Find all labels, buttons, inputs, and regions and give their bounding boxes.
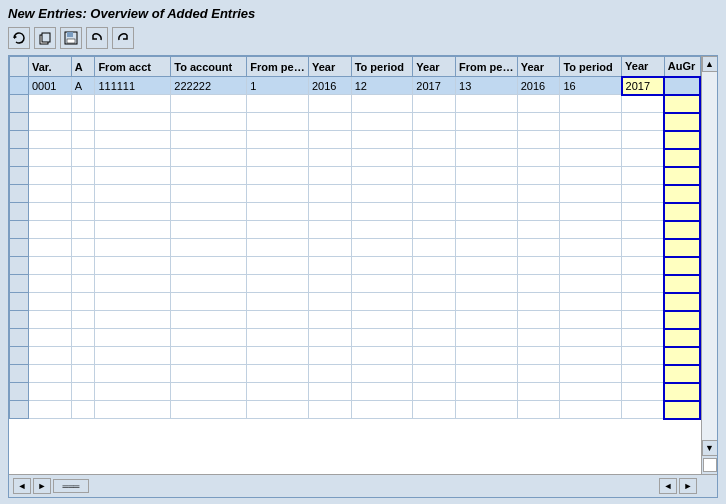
row-selector — [10, 239, 29, 257]
table-row[interactable] — [10, 185, 701, 203]
cell-var[interactable]: 0001 — [28, 77, 71, 95]
col-header-from-acct: From acct — [95, 57, 171, 77]
scroll-checkbox[interactable] — [703, 458, 717, 472]
table-container: Var. A From acct To account From per.1 Y… — [8, 55, 718, 498]
cell-empty — [171, 149, 247, 167]
cell-empty — [413, 149, 456, 167]
cell-empty — [456, 401, 518, 419]
toolbar-btn-refresh[interactable] — [8, 27, 30, 49]
row-selector — [10, 203, 29, 221]
cell-empty — [622, 131, 665, 149]
cell-empty — [413, 131, 456, 149]
table-row[interactable] — [10, 203, 701, 221]
table-row[interactable] — [10, 239, 701, 257]
row-selector — [10, 257, 29, 275]
cell-empty — [351, 149, 413, 167]
scroll-down-arrow[interactable]: ▼ — [702, 440, 718, 456]
cell-empty — [28, 347, 71, 365]
table-row[interactable] — [10, 95, 701, 113]
table-row[interactable] — [10, 131, 701, 149]
refresh-icon — [12, 31, 26, 45]
cell-empty — [28, 149, 71, 167]
row-selector — [10, 167, 29, 185]
table-row[interactable] — [10, 401, 701, 419]
toolbar-btn-redo[interactable] — [112, 27, 134, 49]
horizontal-scroll-thumb[interactable]: ═══ — [53, 479, 89, 493]
col-header-from-per1: From per.1 — [247, 57, 309, 77]
table-row[interactable] — [10, 383, 701, 401]
col-header-year1: Year — [308, 57, 351, 77]
table-row[interactable] — [10, 257, 701, 275]
cell-empty — [308, 95, 351, 113]
cell-empty — [622, 203, 665, 221]
cell-year3[interactable]: 2016 — [517, 77, 560, 95]
col-header-from-per2: From per.2 — [456, 57, 518, 77]
cell-empty — [664, 257, 700, 275]
cell-empty — [413, 293, 456, 311]
cell-from-acct[interactable]: 111111 — [95, 77, 171, 95]
toolbar-btn-copy[interactable] — [34, 27, 56, 49]
cell-empty — [456, 311, 518, 329]
cell-empty — [664, 185, 700, 203]
cell-to-acct[interactable]: 222222 — [171, 77, 247, 95]
cell-empty — [247, 329, 309, 347]
toolbar-btn-undo[interactable] — [86, 27, 108, 49]
page-title: New Entries: Overview of Added Entries — [8, 6, 718, 21]
cell-empty — [95, 131, 171, 149]
table-row[interactable] — [10, 365, 701, 383]
cell-empty — [95, 95, 171, 113]
table-row[interactable] — [10, 293, 701, 311]
cell-from-per1[interactable]: 1 — [247, 77, 309, 95]
toolbar-btn-save[interactable] — [60, 27, 82, 49]
table-row[interactable] — [10, 311, 701, 329]
cell-year1[interactable]: 2016 — [308, 77, 351, 95]
cell-empty — [413, 239, 456, 257]
cell-empty — [622, 329, 665, 347]
table-row[interactable] — [10, 113, 701, 131]
cell-empty — [517, 257, 560, 275]
cell-empty — [171, 203, 247, 221]
cell-empty — [71, 383, 95, 401]
row-selector[interactable] — [10, 77, 29, 95]
scroll-track[interactable] — [702, 72, 718, 440]
vertical-scrollbar[interactable]: ▲ ▼ — [701, 56, 717, 474]
cell-empty — [413, 95, 456, 113]
table-row[interactable] — [10, 347, 701, 365]
nav-left-button[interactable]: ◄ — [13, 478, 31, 494]
cell-empty — [247, 275, 309, 293]
cell-augr[interactable] — [664, 77, 700, 95]
cell-year2[interactable]: 2017 — [413, 77, 456, 95]
table-row[interactable] — [10, 149, 701, 167]
cell-empty — [413, 401, 456, 419]
table-row[interactable] — [10, 221, 701, 239]
cell-empty — [413, 167, 456, 185]
table-header-row: Var. A From acct To account From per.1 Y… — [10, 57, 701, 77]
cell-a[interactable]: A — [71, 77, 95, 95]
table-row[interactable] — [10, 167, 701, 185]
cell-empty — [95, 221, 171, 239]
cell-empty — [28, 203, 71, 221]
cell-empty — [171, 311, 247, 329]
cell-empty — [28, 131, 71, 149]
row-selector — [10, 113, 29, 131]
table-row[interactable] — [10, 275, 701, 293]
cell-empty — [247, 239, 309, 257]
scroll-up-arrow[interactable]: ▲ — [702, 56, 718, 72]
cell-empty — [560, 311, 622, 329]
nav-far-left-button[interactable]: ◄ — [659, 478, 677, 494]
cell-empty — [517, 149, 560, 167]
table-row[interactable] — [10, 329, 701, 347]
nav-far-right-button[interactable]: ► — [679, 478, 697, 494]
cell-empty — [664, 383, 700, 401]
cell-to-period1[interactable]: 12 — [351, 77, 413, 95]
cell-empty — [517, 365, 560, 383]
cell-year4[interactable]: 2017 — [622, 77, 665, 95]
cell-empty — [622, 401, 665, 419]
cell-to-period2[interactable]: 16 — [560, 77, 622, 95]
nav-right-button[interactable]: ► — [33, 478, 51, 494]
cell-empty — [351, 347, 413, 365]
cell-empty — [622, 311, 665, 329]
table-row[interactable]: 0001A11111122222212016122017132016162017 — [10, 77, 701, 95]
cell-from-per2[interactable]: 13 — [456, 77, 518, 95]
cell-empty — [560, 347, 622, 365]
